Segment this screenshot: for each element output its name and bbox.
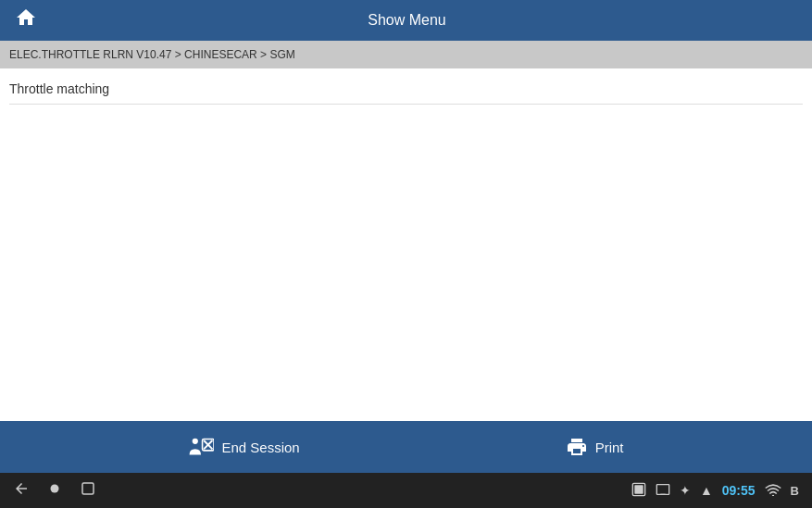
header-title: Show Menu: [44, 12, 769, 29]
signal-status-icon: [631, 482, 646, 500]
svg-point-10: [771, 494, 773, 495]
recent-nav-icon[interactable]: [80, 480, 96, 501]
wifi-status-icon: [765, 483, 781, 499]
nav-left-controls: [13, 480, 96, 501]
svg-rect-7: [634, 485, 643, 493]
action-bar: End Session Print: [0, 421, 812, 473]
settings-status-icon: ✦: [680, 483, 691, 498]
nav-right-status: ✦ ▲ 09:55 B: [631, 482, 799, 500]
print-button[interactable]: Print: [547, 428, 643, 465]
home-icon[interactable]: [15, 6, 37, 34]
breadcrumb: ELEC.THROTTLE RLRN V10.47 > CHINESECAR >…: [0, 41, 812, 68]
system-time: 09:55: [722, 483, 756, 498]
breadcrumb-text: ELEC.THROTTLE RLRN V10.47 > CHINESECAR >…: [9, 48, 295, 61]
svg-point-4: [51, 485, 59, 493]
back-nav-icon[interactable]: [13, 480, 30, 501]
end-session-icon: [188, 436, 214, 458]
svg-rect-8: [656, 484, 668, 494]
header-bar: Show Menu: [0, 0, 812, 41]
screen-status-icon: [656, 482, 670, 500]
end-session-label: End Session: [221, 440, 299, 455]
print-label: Print: [595, 440, 624, 455]
alert-status-icon: ▲: [700, 483, 713, 498]
svg-rect-5: [82, 483, 94, 494]
system-nav-bar: ✦ ▲ 09:55 B: [0, 473, 812, 508]
section-title: Throttle matching: [9, 81, 803, 105]
svg-point-0: [193, 439, 198, 444]
main-content: Throttle matching: [0, 68, 812, 421]
home-nav-icon[interactable]: [46, 480, 63, 501]
bluetooth-status-icon: B: [791, 484, 799, 498]
print-icon: [566, 436, 588, 458]
end-session-button[interactable]: End Session: [169, 428, 318, 465]
